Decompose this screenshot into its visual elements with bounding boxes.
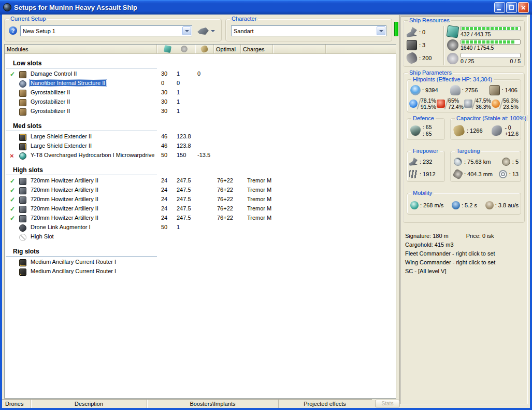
module-name[interactable]: Gyrostabilizer II xyxy=(30,98,71,105)
module-row[interactable]: Gyrostabilizer II 30 1 xyxy=(5,98,396,107)
module-cpu-value: 24 xyxy=(161,177,167,183)
capacitor-amount: : 1266 xyxy=(467,128,483,134)
kinetic-resist-icon xyxy=(464,100,472,108)
module-powergrid-value: 0 xyxy=(177,80,180,86)
setup-select-dropdown-button[interactable] xyxy=(182,26,191,35)
resource-bars-column: 432 / 443.75 1640 / 1754.5 xyxy=(444,26,522,65)
extra-column-header[interactable] xyxy=(273,45,326,53)
bottom-tab-boosters-implants[interactable]: Boosters\Implants xyxy=(147,400,279,408)
module-name[interactable]: Y-T8 Overcharged Hydrocarbon I Microwarp… xyxy=(30,152,155,158)
agility-icon xyxy=(452,201,460,209)
module-name[interactable]: Medium Ancillary Current Router I xyxy=(30,259,117,265)
ship-menu-button[interactable] xyxy=(197,25,218,37)
module-name[interactable]: 720mm Howitzer Artillery II xyxy=(30,205,99,211)
character-select[interactable]: Sandart xyxy=(231,25,386,36)
module-row[interactable]: ✓ Damage Control II 30 1 0 xyxy=(5,70,396,79)
nanofiber-icon xyxy=(19,80,26,88)
module-name[interactable]: Medium Ancillary Current Router I xyxy=(30,268,117,274)
module-row[interactable]: Gyrostabilizer II 30 1 xyxy=(5,89,396,98)
scan-resolution-icon xyxy=(452,168,464,180)
wing-commander-text[interactable]: Wing Commander - right click to set xyxy=(405,258,523,267)
resist-shield-value: 78.1% xyxy=(421,97,436,104)
module-row[interactable]: ✓ 720mm Howitzer Artillery II 24 247.5 7… xyxy=(5,186,396,195)
module-cpu-value: 24 xyxy=(161,187,167,193)
minimize-button[interactable] xyxy=(494,2,505,13)
module-cpu-value: 30 xyxy=(161,89,167,95)
module-name[interactable]: 720mm Howitzer Artillery II xyxy=(30,215,99,221)
module-name[interactable]: Nanofiber Internal Structure II xyxy=(30,80,106,86)
maximize-button[interactable] xyxy=(506,2,517,13)
module-name[interactable]: Drone Link Augmentor I xyxy=(30,224,92,230)
volley-icon xyxy=(409,170,418,178)
module-row[interactable]: Nanofiber Internal Structure II 0 0 xyxy=(5,79,396,89)
squad-commander-text[interactable]: SC - [All level V] xyxy=(405,267,523,276)
module-cpu-value: 30 xyxy=(161,70,167,77)
setup-select[interactable]: New Setup 1 xyxy=(20,25,192,36)
minimize-icon xyxy=(497,9,501,10)
character-label: Character xyxy=(230,16,258,22)
hitpoints-label: Hitpoints (Effective HP: 34,304) xyxy=(411,76,494,82)
fleet-commander-text[interactable]: Fleet Commander - right click to set xyxy=(405,249,523,258)
module-row[interactable]: × Y-T8 Overcharged Hydrocarbon I Microwa… xyxy=(5,151,396,161)
module-name[interactable]: 720mm Howitzer Artillery II xyxy=(30,196,99,202)
module-name[interactable]: High Slot xyxy=(30,233,55,239)
module-row[interactable]: Large Shield Extender II 46 123.8 xyxy=(5,142,396,151)
resources-column-header[interactable] xyxy=(157,45,195,53)
modules-table-header[interactable]: Modules Optimal Charges xyxy=(5,45,396,54)
module-powergrid-value: 247.5 xyxy=(177,215,191,221)
ship-resources-group: Ship Resources : 0 : 3 : 200 432 / 443.7… xyxy=(403,20,525,67)
capacitor-icon xyxy=(453,124,465,137)
modules-column-header[interactable]: Modules xyxy=(5,45,157,53)
character-select-dropdown-button[interactable] xyxy=(377,26,385,35)
module-capacitor-value: -13.5 xyxy=(197,152,210,158)
stats-button[interactable]: Stats xyxy=(375,400,400,407)
module-name[interactable]: Gyrostabilizer II xyxy=(30,89,71,95)
capacitor-column-header[interactable] xyxy=(195,45,214,53)
hitpoints-group: Hitpoints (Effective HP: 34,304) : 9394 … xyxy=(407,79,521,112)
bottom-tab-projected-effects[interactable]: Projected effects xyxy=(279,400,371,408)
help-icon[interactable]: ? xyxy=(9,26,17,35)
module-name[interactable]: Large Shield Extender II xyxy=(30,133,93,139)
module-row[interactable]: Drone Link Augmentor I 50 1 xyxy=(5,223,396,233)
armor-hp-value: : 2756 xyxy=(462,87,478,93)
ship-parameters-group: Ship Parameters Hitpoints (Effective HP:… xyxy=(403,73,525,223)
module-cpu-value: 46 xyxy=(161,133,167,139)
module-row[interactable]: Gyrostabilizer II 30 1 xyxy=(5,107,396,117)
module-row[interactable]: High Slot xyxy=(5,233,396,242)
module-row[interactable]: Large Shield Extender II 46 123.8 xyxy=(5,133,396,142)
module-cpu-value: 24 xyxy=(161,215,167,221)
warp-speed-value: : 3.8 au/s xyxy=(495,202,519,208)
module-powergrid-value: 247.5 xyxy=(177,187,191,193)
module-name[interactable]: Large Shield Extender II xyxy=(30,143,93,149)
module-powergrid-value: 150 xyxy=(177,152,186,158)
module-row[interactable]: ✓ 720mm Howitzer Artillery II 24 247.5 7… xyxy=(5,205,396,214)
optimal-column-header[interactable]: Optimal xyxy=(214,45,241,53)
targeting-range-value: : 75.63 km xyxy=(464,159,491,165)
module-optimal-value: 76+22 xyxy=(217,205,233,211)
module-row[interactable]: Medium Ancillary Current Router I xyxy=(5,258,396,267)
module-name[interactable]: Gyrostabilizer II xyxy=(30,108,71,114)
module-name[interactable]: Damage Control II xyxy=(30,70,78,77)
shield-extender-icon xyxy=(19,143,26,150)
title-bar[interactable]: Setups for Muninn Heavy Assault Ship × xyxy=(0,0,532,15)
artillery-icon xyxy=(19,178,26,185)
cpu-icon xyxy=(447,25,459,38)
close-button[interactable]: × xyxy=(518,2,529,13)
module-row[interactable]: ✓ 720mm Howitzer Artillery II 24 247.5 7… xyxy=(5,195,396,205)
drone-bandwidth-icon xyxy=(447,53,458,64)
module-name[interactable]: 720mm Howitzer Artillery II xyxy=(30,187,99,193)
module-row[interactable]: Medium Ancillary Current Router I xyxy=(5,267,396,277)
resist-armor-value: 72.4% xyxy=(448,104,464,110)
character-group: Character Sandart xyxy=(225,19,392,41)
module-row[interactable]: ✓ 720mm Howitzer Artillery II 24 247.5 7… xyxy=(5,177,396,186)
cpu-bar xyxy=(461,26,521,31)
module-name[interactable]: 720mm Howitzer Artillery II xyxy=(30,177,99,183)
module-cpu-value: 50 xyxy=(161,224,167,230)
charges-column-header[interactable]: Charges xyxy=(241,45,273,53)
bottom-tab-description[interactable]: Description xyxy=(31,400,147,408)
powergrid-usage-text: 1640 / 1754.5 xyxy=(461,45,494,51)
module-row[interactable]: ✓ 720mm Howitzer Artillery II 24 247.5 7… xyxy=(5,214,396,223)
max-targets-value: : 5 xyxy=(512,159,519,165)
price-text: Price: 0 isk xyxy=(466,232,494,241)
bottom-tab-drones[interactable]: Drones xyxy=(2,400,31,408)
